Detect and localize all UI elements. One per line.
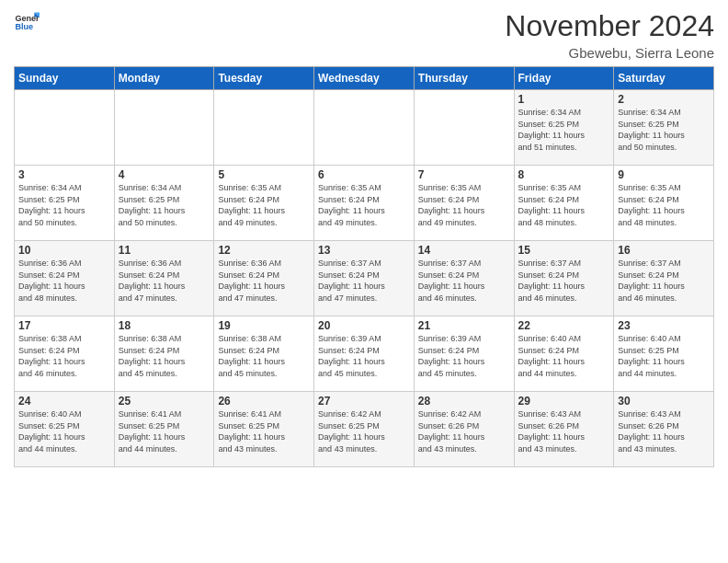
day-number: 2: [618, 93, 710, 106]
day-number: 30: [618, 395, 710, 408]
day-info: Sunrise: 6:34 AM Sunset: 6:25 PM Dayligh…: [618, 107, 710, 153]
calendar-cell: 2Sunrise: 6:34 AM Sunset: 6:25 PM Daylig…: [614, 90, 714, 166]
day-info: Sunrise: 6:35 AM Sunset: 6:24 PM Dayligh…: [518, 182, 610, 228]
day-info: Sunrise: 6:38 AM Sunset: 6:24 PM Dayligh…: [218, 333, 310, 379]
day-info: Sunrise: 6:37 AM Sunset: 6:24 PM Dayligh…: [318, 258, 410, 304]
calendar-body: 1Sunrise: 6:34 AM Sunset: 6:25 PM Daylig…: [15, 90, 714, 467]
calendar-cell: 18Sunrise: 6:38 AM Sunset: 6:24 PM Dayli…: [114, 316, 214, 392]
day-info: Sunrise: 6:39 AM Sunset: 6:24 PM Dayligh…: [318, 333, 410, 379]
logo: General Blue: [14, 9, 40, 35]
title-block: November 2024 Gbewebu, Sierra Leone: [505, 9, 714, 61]
day-number: 26: [218, 395, 310, 408]
day-info: Sunrise: 6:37 AM Sunset: 6:24 PM Dayligh…: [418, 258, 510, 304]
day-number: 27: [318, 395, 410, 408]
calendar-week-5: 24Sunrise: 6:40 AM Sunset: 6:25 PM Dayli…: [15, 392, 714, 467]
day-number: 23: [618, 319, 710, 332]
calendar-cell: [314, 90, 415, 166]
day-number: 4: [119, 168, 210, 181]
calendar-cell: 8Sunrise: 6:35 AM Sunset: 6:24 PM Daylig…: [514, 166, 614, 241]
day-info: Sunrise: 6:38 AM Sunset: 6:24 PM Dayligh…: [119, 333, 210, 379]
header: General Blue November 2024 Gbewebu, Sier…: [14, 9, 714, 61]
day-number: 24: [18, 395, 110, 408]
day-info: Sunrise: 6:39 AM Sunset: 6:24 PM Dayligh…: [418, 333, 510, 379]
calendar-week-3: 10Sunrise: 6:36 AM Sunset: 6:24 PM Dayli…: [15, 241, 714, 316]
day-info: Sunrise: 6:41 AM Sunset: 6:25 PM Dayligh…: [218, 408, 310, 454]
day-info: Sunrise: 6:34 AM Sunset: 6:25 PM Dayligh…: [119, 182, 210, 228]
day-number: 29: [518, 395, 610, 408]
day-number: 9: [618, 168, 710, 181]
calendar-cell: 27Sunrise: 6:42 AM Sunset: 6:25 PM Dayli…: [314, 392, 415, 467]
weekday-friday: Friday: [514, 67, 614, 90]
calendar-cell: [214, 90, 314, 166]
calendar-cell: 9Sunrise: 6:35 AM Sunset: 6:24 PM Daylig…: [614, 166, 714, 241]
day-number: 6: [318, 168, 410, 181]
calendar-cell: 12Sunrise: 6:36 AM Sunset: 6:24 PM Dayli…: [214, 241, 314, 316]
day-number: 3: [18, 168, 110, 181]
calendar-cell: 7Sunrise: 6:35 AM Sunset: 6:24 PM Daylig…: [414, 166, 514, 241]
day-info: Sunrise: 6:37 AM Sunset: 6:24 PM Dayligh…: [618, 258, 710, 304]
calendar-cell: 5Sunrise: 6:35 AM Sunset: 6:24 PM Daylig…: [214, 166, 314, 241]
day-info: Sunrise: 6:40 AM Sunset: 6:25 PM Dayligh…: [18, 408, 110, 454]
day-number: 21: [418, 319, 510, 332]
calendar-page: General Blue November 2024 Gbewebu, Sier…: [0, 0, 728, 563]
calendar-cell: 22Sunrise: 6:40 AM Sunset: 6:24 PM Dayli…: [514, 316, 614, 392]
calendar-cell: 11Sunrise: 6:36 AM Sunset: 6:24 PM Dayli…: [114, 241, 214, 316]
calendar-cell: [15, 90, 115, 166]
day-number: 28: [418, 395, 510, 408]
weekday-wednesday: Wednesday: [314, 67, 415, 90]
day-info: Sunrise: 6:34 AM Sunset: 6:25 PM Dayligh…: [518, 107, 610, 153]
calendar-table: SundayMondayTuesdayWednesdayThursdayFrid…: [14, 66, 714, 467]
weekday-monday: Monday: [114, 67, 214, 90]
calendar-cell: 14Sunrise: 6:37 AM Sunset: 6:24 PM Dayli…: [414, 241, 514, 316]
calendar-cell: 15Sunrise: 6:37 AM Sunset: 6:24 PM Dayli…: [514, 241, 614, 316]
calendar-cell: 20Sunrise: 6:39 AM Sunset: 6:24 PM Dayli…: [314, 316, 415, 392]
day-number: 19: [218, 319, 310, 332]
day-info: Sunrise: 6:42 AM Sunset: 6:26 PM Dayligh…: [418, 408, 510, 454]
calendar-cell: 26Sunrise: 6:41 AM Sunset: 6:25 PM Dayli…: [214, 392, 314, 467]
weekday-sunday: Sunday: [15, 67, 115, 90]
calendar-cell: 16Sunrise: 6:37 AM Sunset: 6:24 PM Dayli…: [614, 241, 714, 316]
month-title: November 2024: [505, 9, 714, 43]
day-number: 10: [18, 244, 110, 257]
calendar-header: SundayMondayTuesdayWednesdayThursdayFrid…: [15, 67, 714, 90]
day-number: 11: [119, 244, 210, 257]
calendar-cell: 23Sunrise: 6:40 AM Sunset: 6:25 PM Dayli…: [614, 316, 714, 392]
day-number: 1: [518, 93, 610, 106]
calendar-cell: 25Sunrise: 6:41 AM Sunset: 6:25 PM Dayli…: [114, 392, 214, 467]
day-info: Sunrise: 6:42 AM Sunset: 6:25 PM Dayligh…: [318, 408, 410, 454]
day-info: Sunrise: 6:35 AM Sunset: 6:24 PM Dayligh…: [618, 182, 710, 228]
day-number: 7: [418, 168, 510, 181]
day-number: 22: [518, 319, 610, 332]
calendar-cell: 21Sunrise: 6:39 AM Sunset: 6:24 PM Dayli…: [414, 316, 514, 392]
day-info: Sunrise: 6:35 AM Sunset: 6:24 PM Dayligh…: [218, 182, 310, 228]
calendar-cell: 19Sunrise: 6:38 AM Sunset: 6:24 PM Dayli…: [214, 316, 314, 392]
day-number: 8: [518, 168, 610, 181]
calendar-cell: 13Sunrise: 6:37 AM Sunset: 6:24 PM Dayli…: [314, 241, 415, 316]
calendar-cell: 3Sunrise: 6:34 AM Sunset: 6:25 PM Daylig…: [15, 166, 115, 241]
day-info: Sunrise: 6:37 AM Sunset: 6:24 PM Dayligh…: [518, 258, 610, 304]
day-number: 15: [518, 244, 610, 257]
day-info: Sunrise: 6:40 AM Sunset: 6:24 PM Dayligh…: [518, 333, 610, 379]
day-info: Sunrise: 6:34 AM Sunset: 6:25 PM Dayligh…: [18, 182, 110, 228]
calendar-cell: 28Sunrise: 6:42 AM Sunset: 6:26 PM Dayli…: [414, 392, 514, 467]
day-info: Sunrise: 6:35 AM Sunset: 6:24 PM Dayligh…: [418, 182, 510, 228]
calendar-cell: 30Sunrise: 6:43 AM Sunset: 6:26 PM Dayli…: [614, 392, 714, 467]
day-number: 17: [18, 319, 110, 332]
calendar-cell: 4Sunrise: 6:34 AM Sunset: 6:25 PM Daylig…: [114, 166, 214, 241]
calendar-cell: [414, 90, 514, 166]
day-number: 13: [318, 244, 410, 257]
day-number: 14: [418, 244, 510, 257]
calendar-cell: [114, 90, 214, 166]
calendar-cell: 10Sunrise: 6:36 AM Sunset: 6:24 PM Dayli…: [15, 241, 115, 316]
calendar-week-4: 17Sunrise: 6:38 AM Sunset: 6:24 PM Dayli…: [15, 316, 714, 392]
day-info: Sunrise: 6:40 AM Sunset: 6:25 PM Dayligh…: [618, 333, 710, 379]
calendar-cell: 29Sunrise: 6:43 AM Sunset: 6:26 PM Dayli…: [514, 392, 614, 467]
day-info: Sunrise: 6:36 AM Sunset: 6:24 PM Dayligh…: [119, 258, 210, 304]
calendar-week-1: 1Sunrise: 6:34 AM Sunset: 6:25 PM Daylig…: [15, 90, 714, 166]
day-info: Sunrise: 6:38 AM Sunset: 6:24 PM Dayligh…: [18, 333, 110, 379]
day-info: Sunrise: 6:35 AM Sunset: 6:24 PM Dayligh…: [318, 182, 410, 228]
day-number: 18: [119, 319, 210, 332]
day-info: Sunrise: 6:43 AM Sunset: 6:26 PM Dayligh…: [518, 408, 610, 454]
day-info: Sunrise: 6:41 AM Sunset: 6:25 PM Dayligh…: [119, 408, 210, 454]
day-info: Sunrise: 6:43 AM Sunset: 6:26 PM Dayligh…: [618, 408, 710, 454]
